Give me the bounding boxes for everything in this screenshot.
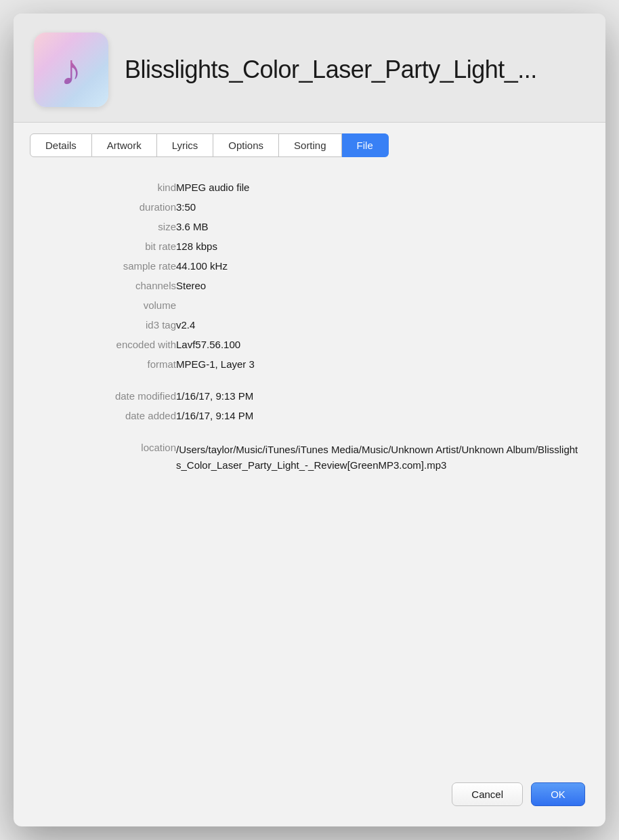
tab-options[interactable]: Options <box>213 133 279 157</box>
location-label: location <box>41 438 176 478</box>
row-label: volume <box>41 295 176 315</box>
table-row: kind MPEG audio file <box>41 177 578 197</box>
row-label: date modified <box>41 386 176 406</box>
tab-sorting[interactable]: Sorting <box>279 133 342 157</box>
tab-file[interactable]: File <box>342 133 389 157</box>
table-row: volume <box>41 295 578 315</box>
row-value: 1/16/17, 9:13 PM <box>176 386 578 406</box>
row-value: 128 kbps <box>176 236 578 256</box>
ok-button[interactable]: OK <box>531 782 585 806</box>
dialog-footer: Cancel OK <box>14 769 605 826</box>
row-value: Stereo <box>176 276 578 295</box>
tabs-bar: Details Artwork Lyrics Options Sorting F… <box>14 123 605 157</box>
row-label: channels <box>41 276 176 295</box>
table-row: date added 1/16/17, 9:14 PM <box>41 406 578 425</box>
table-row: format MPEG-1, Layer 3 <box>41 354 578 374</box>
file-info-table: kind MPEG audio file duration 3:50 size … <box>41 177 578 478</box>
row-label: sample rate <box>41 256 176 276</box>
table-row: size 3.6 MB <box>41 217 578 236</box>
table-row: date modified 1/16/17, 9:13 PM <box>41 386 578 406</box>
file-info-content: kind MPEG audio file duration 3:50 size … <box>14 157 605 769</box>
tab-lyrics[interactable]: Lyrics <box>157 133 214 157</box>
row-label: format <box>41 354 176 374</box>
row-label: date added <box>41 406 176 425</box>
row-label: id3 tag <box>41 315 176 335</box>
row-value: 1/16/17, 9:14 PM <box>176 406 578 425</box>
table-row: id3 tag v2.4 <box>41 315 578 335</box>
app-icon: ♪ <box>34 33 108 107</box>
row-value: Lavf57.56.100 <box>176 335 578 354</box>
row-value <box>176 295 578 315</box>
table-row: duration 3:50 <box>41 197 578 217</box>
row-value: 3.6 MB <box>176 217 578 236</box>
row-value: MPEG audio file <box>176 177 578 197</box>
row-label: size <box>41 217 176 236</box>
music-note-icon: ♪ <box>60 48 82 91</box>
row-value: v2.4 <box>176 315 578 335</box>
row-value: 44.100 kHz <box>176 256 578 276</box>
table-row: encoded with Lavf57.56.100 <box>41 335 578 354</box>
table-row: channels Stereo <box>41 276 578 295</box>
row-value: MPEG-1, Layer 3 <box>176 354 578 374</box>
table-row: sample rate 44.100 kHz <box>41 256 578 276</box>
tab-details[interactable]: Details <box>30 133 92 157</box>
location-value: /Users/taylor/Music/iTunes/iTunes Media/… <box>176 438 578 478</box>
file-title: Blisslights_Color_Laser_Party_Light_... <box>125 56 537 84</box>
cancel-button[interactable]: Cancel <box>452 782 523 806</box>
table-row: bit rate 128 kbps <box>41 236 578 256</box>
row-label: kind <box>41 177 176 197</box>
tab-artwork[interactable]: Artwork <box>92 133 157 157</box>
row-value: 3:50 <box>176 197 578 217</box>
row-label: encoded with <box>41 335 176 354</box>
row-label: bit rate <box>41 236 176 256</box>
row-label: duration <box>41 197 176 217</box>
dialog-header: ♪ Blisslights_Color_Laser_Party_Light_..… <box>14 14 605 123</box>
dialog-window: ♪ Blisslights_Color_Laser_Party_Light_..… <box>14 14 605 826</box>
location-row: location /Users/taylor/Music/iTunes/iTun… <box>41 438 578 478</box>
